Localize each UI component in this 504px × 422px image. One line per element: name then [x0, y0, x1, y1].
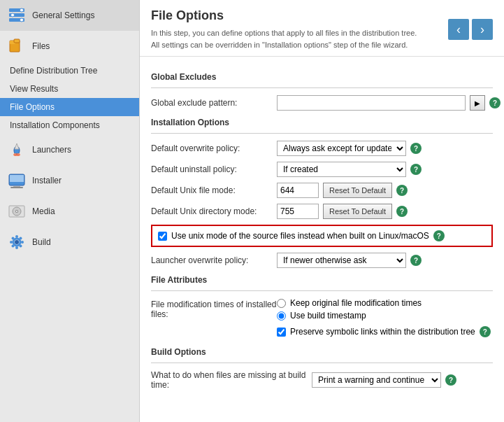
content-body: Global Excludes Global exclude pattern: … [140, 57, 504, 422]
sidebar-item-build[interactable]: Build [0, 227, 139, 258]
file-modification-times-radio-group: Keep original file modification times Us… [277, 298, 422, 321]
svg-point-30 [20, 237, 22, 240]
default-overwrite-policy-select[interactable]: Always ask except for update Always over… [277, 141, 406, 156]
default-unix-file-mode-control: Reset To Default ? [277, 183, 408, 198]
radio-keep-original-row: Keep original file modification times [277, 298, 422, 308]
main-content: File Options In this step, you can defin… [140, 0, 504, 422]
nav-back-button[interactable]: ‹ [448, 19, 469, 40]
sidebar-item-build-label: Build [32, 237, 51, 247]
svg-point-3 [20, 8, 24, 12]
sidebar-item-installation-components[interactable]: Installation Components [0, 116, 139, 134]
sidebar-item-files-label: Files [32, 41, 50, 51]
svg-rect-17 [10, 187, 23, 188]
sidebar-item-files[interactable]: Files [0, 31, 139, 62]
unix-file-mode-reset-button[interactable]: Reset To Default [323, 183, 392, 198]
radio-keep-original[interactable] [277, 299, 286, 308]
global-exclude-pattern-control: ▶ ? [277, 95, 501, 111]
default-unix-dir-mode-row: Default Unix directory mode: Reset To De… [151, 204, 493, 219]
nav-arrows: ‹ › [448, 19, 493, 40]
unix-dir-mode-reset-button[interactable]: Reset To Default [323, 204, 392, 219]
unix-dir-mode-help-icon[interactable]: ? [396, 206, 408, 217]
global-excludes-divider [151, 87, 493, 88]
svg-rect-15 [10, 175, 24, 182]
svg-point-13 [13, 153, 20, 156]
launcher-policy-help-icon[interactable]: ? [410, 255, 422, 266]
sidebar-item-media-label: Media [32, 206, 55, 216]
svg-rect-8 [14, 39, 20, 43]
default-unix-file-mode-label: Default Unix file mode: [151, 185, 277, 195]
build-options-divider [151, 363, 493, 363]
global-exclude-pattern-input[interactable] [277, 95, 466, 111]
default-unix-dir-mode-control: Reset To Default ? [277, 204, 408, 219]
sidebar-item-file-options[interactable]: File Options [0, 98, 139, 116]
file-attributes-divider [151, 290, 493, 291]
files-icon [7, 36, 27, 56]
media-icon [7, 202, 27, 221]
installation-options-section-title: Installation Options [151, 118, 493, 127]
file-attributes-section-title: File Attributes [151, 275, 493, 285]
preserve-symlinks-help-icon[interactable]: ? [480, 326, 491, 337]
missing-files-help-icon[interactable]: ? [445, 374, 456, 386]
svg-point-26 [21, 241, 24, 244]
sidebar-item-installer[interactable]: Installer [0, 165, 139, 196]
global-exclude-help-icon[interactable]: ? [489, 97, 501, 108]
launchers-icon [7, 140, 27, 160]
svg-marker-10 [15, 143, 19, 149]
unix-mode-checkbox-help-icon[interactable]: ? [433, 230, 445, 241]
unix-file-mode-help-icon[interactable]: ? [396, 185, 408, 196]
launcher-overwrite-policy-select[interactable]: If newer otherwise ask Always overwrite … [277, 253, 406, 268]
build-icon [7, 232, 27, 252]
main-header: File Options In this step, you can defin… [140, 0, 504, 57]
default-uninstall-policy-control: If created Always Never ? [277, 162, 422, 177]
overwrite-policy-help-icon[interactable]: ? [410, 143, 422, 154]
installation-options-divider [151, 133, 493, 134]
unix-mode-checkbox[interactable] [158, 232, 167, 241]
missing-files-row: What to do when files are missing at bui… [151, 370, 493, 390]
default-overwrite-policy-row: Default overwrite policy: Always ask exc… [151, 141, 493, 156]
global-exclude-arrow-button[interactable]: ▶ [470, 95, 485, 111]
radio-keep-original-label: Keep original file modification times [290, 298, 422, 308]
svg-point-31 [15, 240, 19, 244]
default-uninstall-policy-row: Default uninstall policy: If created Alw… [151, 162, 493, 177]
sidebar-item-view-results-label: View Results [10, 84, 58, 94]
sidebar-item-general-settings[interactable]: General Settings [0, 0, 139, 31]
preserve-symlinks-checkbox[interactable] [277, 328, 286, 337]
global-exclude-pattern-label: Global exclude pattern: [151, 98, 277, 108]
nav-forward-button[interactable]: › [472, 19, 493, 40]
default-unix-file-mode-row: Default Unix file mode: Reset To Default… [151, 183, 493, 198]
preserve-symlinks-label: Preserve symbolic links within the distr… [290, 327, 475, 337]
launcher-overwrite-policy-row: Launcher overwrite policy: If newer othe… [151, 253, 493, 268]
default-overwrite-policy-label: Default overwrite policy: [151, 143, 277, 153]
sidebar-item-view-results[interactable]: View Results [0, 80, 139, 98]
default-unix-dir-mode-label: Default Unix directory mode: [151, 206, 277, 216]
sidebar-item-file-options-label: File Options [10, 102, 55, 112]
launcher-overwrite-policy-label: Launcher overwrite policy: [151, 255, 277, 265]
uninstall-policy-help-icon[interactable]: ? [410, 164, 422, 175]
default-uninstall-policy-select[interactable]: If created Always Never [277, 162, 406, 177]
radio-use-build-timestamp-row: Use build timestamp [277, 311, 422, 321]
sidebar-item-define-distribution-tree-label: Define Distribution Tree [10, 66, 97, 76]
build-options-section-title: Build Options [151, 347, 493, 357]
sidebar-item-media[interactable]: Media [0, 196, 139, 227]
sidebar-item-installation-components-label: Installation Components [10, 120, 100, 130]
header-text: File Options In this step, you can defin… [151, 8, 417, 50]
unix-mode-checkbox-label: Use unix mode of the source files instea… [171, 231, 429, 241]
default-unix-file-mode-input[interactable] [277, 183, 319, 198]
sidebar-item-launchers[interactable]: Launchers [0, 134, 139, 165]
svg-point-5 [20, 18, 24, 22]
sidebar-item-launchers-label: Launchers [32, 145, 71, 155]
default-overwrite-policy-control: Always ask except for update Always over… [277, 141, 422, 156]
launcher-overwrite-policy-control: If newer otherwise ask Always overwrite … [277, 253, 422, 268]
radio-use-build-timestamp[interactable] [277, 311, 286, 321]
svg-point-28 [20, 245, 22, 248]
general-settings-icon [7, 6, 27, 25]
missing-files-select[interactable]: Print a warning and continue Abort build… [312, 372, 441, 388]
global-excludes-section-title: Global Excludes [151, 72, 493, 82]
sidebar-item-installer-label: Installer [32, 176, 62, 185]
unix-mode-checkbox-row: Use unix mode of the source files instea… [151, 225, 493, 247]
svg-point-25 [10, 241, 13, 244]
sidebar: General Settings Files Define Distributi… [0, 0, 140, 422]
sidebar-item-define-distribution-tree[interactable]: Define Distribution Tree [0, 62, 139, 80]
default-unix-dir-mode-input[interactable] [277, 204, 319, 219]
svg-point-21 [16, 211, 17, 212]
